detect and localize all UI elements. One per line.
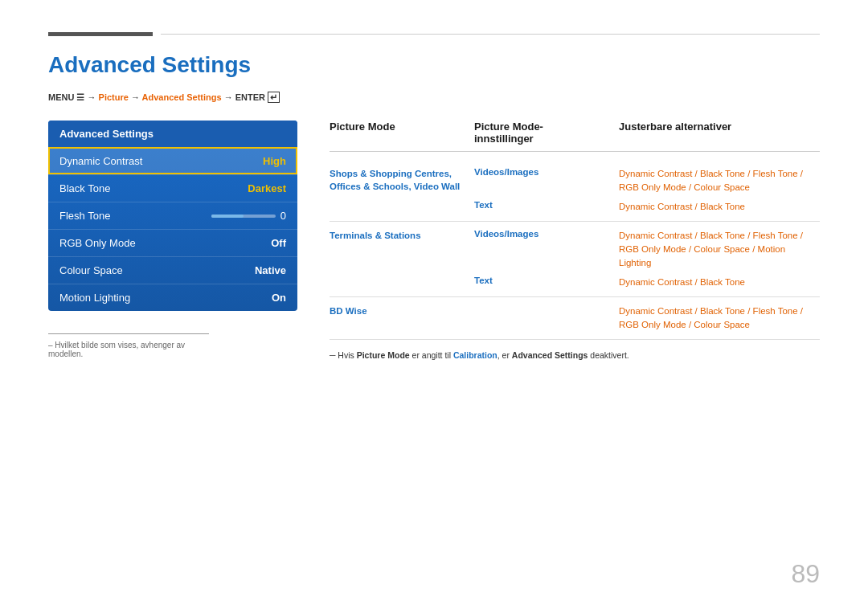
- table-section-terminals: Terminals & Stations Videos/Images Dynam…: [330, 222, 820, 297]
- breadcrumb: MENU ☰ → Picture → Advanced Settings → E…: [48, 92, 820, 103]
- breadcrumb-picture: Picture: [99, 92, 129, 102]
- adjustable-shops-text: Dynamic Contrast / Black Tone: [619, 200, 820, 214]
- table-row-terminals-text: Text Dynamic Contrast / Black Tone: [330, 273, 820, 292]
- mode-setting-videos-images-2: Videos/Images: [474, 229, 619, 271]
- picture-mode-shops-empty: [330, 200, 474, 214]
- table-row-shops-videos: Shops & Shopping Centres,Offices & Schoo…: [330, 165, 820, 198]
- col-header-picture-mode: Picture Mode: [330, 121, 474, 152]
- table-area: Picture Mode Picture Mode-innstillinger …: [330, 121, 820, 362]
- label-dynamic-contrast: Dynamic Contrast: [59, 155, 142, 167]
- settings-row-colour-space[interactable]: Colour Space Native: [48, 256, 297, 284]
- mode-setting-text-1: Text: [474, 200, 619, 214]
- adjustable-terminals-videos: Dynamic Contrast / Black Tone / Flesh To…: [619, 229, 820, 271]
- settings-panel: Advanced Settings Dynamic Contrast High …: [48, 121, 297, 362]
- label-colour-space: Colour Space: [59, 264, 123, 276]
- panel-footnote: – Hvilket bilde som vises, avhenger av m…: [48, 333, 209, 358]
- table-footnote: ─ Hvis Picture Mode er angitt til Calibr…: [330, 349, 820, 362]
- value-colour-space: Native: [255, 264, 286, 276]
- slider-track: [211, 215, 276, 218]
- slider-fill: [211, 215, 244, 218]
- thick-bar: [48, 32, 153, 36]
- adjustable-terminals-text: Dynamic Contrast / Black Tone: [619, 276, 820, 289]
- value-motion-lighting: On: [272, 292, 286, 304]
- settings-row-rgb-only-mode[interactable]: RGB Only Mode Off: [48, 229, 297, 256]
- col-header-innstillinger: Picture Mode-innstillinger: [474, 121, 619, 152]
- settings-row-dynamic-contrast[interactable]: Dynamic Contrast High: [48, 147, 297, 174]
- picture-mode-terminals-empty: [330, 276, 474, 289]
- table-section-bdwise: BD Wise Dynamic Contrast / Black Tone / …: [330, 297, 820, 341]
- table-header: Picture Mode Picture Mode-innstillinger …: [330, 121, 820, 152]
- adjustable-bdwise: Dynamic Contrast / Black Tone / Flesh To…: [619, 304, 820, 333]
- breadcrumb-advanced: Advanced Settings: [142, 92, 222, 102]
- mode-setting-bdwise: [474, 304, 619, 333]
- settings-box: Advanced Settings Dynamic Contrast High …: [48, 121, 297, 311]
- value-dynamic-contrast: High: [263, 155, 286, 167]
- value-black-tone: Darkest: [248, 182, 286, 194]
- thin-bar: [161, 34, 820, 35]
- flesh-tone-slider-container: 0: [211, 210, 286, 222]
- settings-row-motion-lighting[interactable]: Motion Lighting On: [48, 284, 297, 311]
- table-row-terminals-videos: Terminals & Stations Videos/Images Dynam…: [330, 227, 820, 273]
- picture-mode-terminals: Terminals & Stations: [330, 229, 474, 271]
- table-row-bdwise: BD Wise Dynamic Contrast / Black Tone / …: [330, 302, 820, 335]
- settings-row-black-tone[interactable]: Black Tone Darkest: [48, 174, 297, 202]
- value-rgb-only-mode: Off: [271, 237, 286, 249]
- col-header-justerbare: Justerbare alternativer: [619, 121, 820, 152]
- page-title: Advanced Settings: [48, 52, 820, 78]
- mode-setting-videos-images-1: Videos/Images: [474, 167, 619, 195]
- value-flesh-tone: 0: [280, 210, 286, 222]
- table-row-shops-text: Text Dynamic Contrast / Black Tone: [330, 198, 820, 216]
- picture-mode-shops: Shops & Shopping Centres,Offices & Schoo…: [330, 167, 474, 195]
- settings-box-header: Advanced Settings: [48, 121, 297, 147]
- top-decorative-line: [48, 32, 820, 36]
- picture-mode-bdwise: BD Wise: [330, 304, 474, 333]
- label-flesh-tone: Flesh Tone: [59, 210, 110, 222]
- mode-setting-text-2: Text: [474, 276, 619, 289]
- label-black-tone: Black Tone: [59, 182, 110, 194]
- label-motion-lighting: Motion Lighting: [59, 292, 130, 304]
- label-rgb-only-mode: RGB Only Mode: [59, 237, 136, 249]
- table-section-shops: Shops & Shopping Centres,Offices & Schoo…: [330, 160, 820, 222]
- page-number: 89: [791, 559, 820, 589]
- settings-row-flesh-tone[interactable]: Flesh Tone 0: [48, 202, 297, 229]
- adjustable-shops-videos: Dynamic Contrast / Black Tone / Flesh To…: [619, 167, 820, 195]
